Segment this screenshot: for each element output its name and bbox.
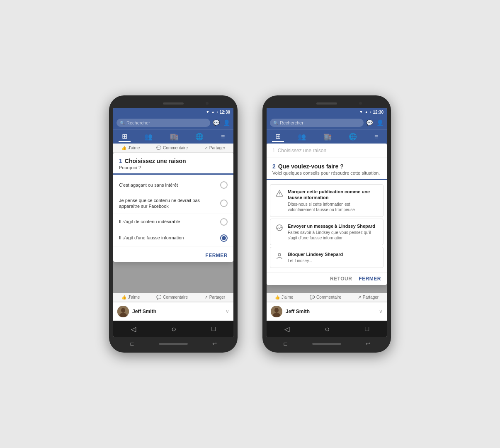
tab-feed-left[interactable]: ⊞ [119,131,131,142]
jeff-bar-right: Jeff Smith ∨ [267,302,387,321]
chevron-icon-right: ∨ [379,309,383,314]
battery-icon-right: ▪ [370,110,371,114]
svg-point-5 [279,195,280,195]
jeff-bar-left: Jeff Smith ∨ [113,302,233,321]
home-indicator-left [159,343,188,345]
screen-left: ▼ ▲ ▪ 12:30 🔍 Rechercher 💬 👤 ⊞ 👥 🏬 🌐 ≡ [113,108,233,337]
tab-marketplace-right[interactable]: 🏬 [320,132,335,141]
modal-left: 1 Choisissez une raison Pourquoi ? C'est… [113,153,233,293]
wifi-icon: ▼ [206,110,209,114]
action-title-3: Bloquer Lindsey Shepard [288,251,343,257]
nav-bar-right: ◁ ○ □ [267,321,387,337]
action-item-text-1: Marquer cette publication comme une faus… [288,189,378,212]
modal-title-left: Choisissez une raison [125,158,186,164]
modal-header-right: 2 Que voulez-vous faire ? Voici quelques… [267,158,387,180]
close-button-left[interactable]: FERMER [205,253,228,258]
step1-inactive-right: 1 Choisissez une raison [267,144,387,158]
tab-friends-right[interactable]: 👥 [294,132,309,141]
speaker-left [163,102,184,105]
radio-option-4[interactable]: Il s'agit d'une fausse information [113,230,233,246]
close-button-right[interactable]: FERMER [359,276,381,282]
tab-marketplace-left[interactable]: 🏬 [167,132,182,141]
share-icon-bottom: ↗ [204,295,208,299]
phone-bottom-left: ⊏ ↩ [113,337,233,348]
back-btn-left[interactable]: ◁ [131,325,136,333]
radio-option-1[interactable]: C'est agaçant ou sans intérêt [113,177,233,193]
bottom-back-right: ⊏ [283,341,288,347]
comment-icon-top: 💬 [156,146,161,150]
recents-btn-left[interactable]: □ [212,325,216,333]
tab-globe-left[interactable]: 🌐 [192,132,207,141]
comment-btn-bottom-left[interactable]: 💬 Commentaire [156,295,188,299]
back-button-right[interactable]: RETOUR [330,276,352,282]
warning-icon [275,189,284,197]
jeff-avatar-left [117,306,129,317]
comment-icon-br: 💬 [310,295,315,299]
back-btn-right[interactable]: ◁ [284,325,289,333]
comment-btn-top-left[interactable]: 💬 Commentaire [156,146,188,150]
messenger-icon-left[interactable]: 💬 [213,119,220,126]
home-btn-left[interactable]: ○ [171,324,176,334]
tab-friends-left[interactable]: 👥 [141,132,156,141]
jeff-name-left: Jeff Smith [132,309,222,314]
phone-top-bar-right [267,100,387,107]
nav-bar-left: ◁ ○ □ [113,321,233,337]
radio-label-2: Je pense que ce contenu ne devrait pas a… [119,197,220,209]
action-bar-top-left: 👍 J'aime 💬 Commentaire ↗ Partager [113,144,233,153]
action-item-1[interactable]: Marquer cette publication comme une faus… [270,184,383,217]
screen-content-left: 1 Choisissez une raison Pourquoi ? C'est… [113,153,233,293]
radio-label-1: C'est agaçant ou sans intérêt [119,182,220,188]
modal-card-right: 1 Choisissez une raison 2 Que voulez-vou… [267,144,387,285]
share-btn-top-left[interactable]: ↗ Partager [204,146,225,150]
modal-footer-left: FERMER [113,249,233,262]
fb-tabs-right: ⊞ 👥 🏬 🌐 ≡ [267,129,387,144]
like-btn-bottom-left[interactable]: 👍 J'aime [121,295,140,299]
search-bar-right[interactable]: 🔍 Rechercher [270,119,364,127]
action-bar-bottom-right: 👍 J'aime 💬 Commentaire ↗ Partager [267,293,387,302]
like-btn-bottom-right[interactable]: 👍 J'aime [275,295,294,299]
bottom-forward-left: ↩ [212,341,217,347]
share-btn-bottom-right[interactable]: ↗ Partager [358,295,379,299]
share-btn-bottom-left[interactable]: ↗ Partager [204,295,225,299]
signal-icon: ▲ [211,110,215,114]
radio-circle-1[interactable] [220,181,228,189]
friends-icon-right[interactable]: 👤 [376,119,383,126]
camera-left [206,102,209,105]
search-bar-left[interactable]: 🔍 Rechercher [117,119,210,127]
modal-body-left: C'est agaçant ou sans intérêt Je pense q… [113,175,233,249]
radio-option-2[interactable]: Je pense que ce contenu ne devrait pas a… [113,193,233,214]
like-icon-bottom: 👍 [121,295,126,299]
tab-globe-right[interactable]: 🌐 [345,132,360,141]
step1-title-inactive: Choisissez une raison [278,148,326,153]
tab-menu-left[interactable]: ≡ [218,132,228,141]
phone-bottom-nav-right: ⊏ ↩ [267,341,387,347]
modal-footer-right: RETOUR FERMER [267,272,387,285]
radio-label-3: Il s'agit de contenu indésirable [119,219,220,224]
action-desc-1: Dites-nous si cette information est volo… [288,202,378,212]
action-title-1: Marquer cette publication comme une faus… [288,189,378,201]
recents-btn-right[interactable]: □ [365,325,369,333]
messenger-action-icon [275,224,284,232]
home-btn-right[interactable]: ○ [325,324,330,334]
action-item-2[interactable]: Envoyer un message à Lindsey Shepard Fai… [270,219,383,245]
like-btn-top-left[interactable]: 👍 J'aime [121,146,140,150]
svg-point-6 [277,225,282,231]
svg-point-9 [274,308,279,313]
comment-btn-bottom-right[interactable]: 💬 Commentaire [310,295,341,299]
status-time-right: 12:30 [373,110,383,114]
jeff-name-right: Jeff Smith [286,309,376,314]
radio-option-3[interactable]: Il s'agit de contenu indésirable [113,214,233,230]
search-placeholder-left: Rechercher [126,120,150,125]
radio-circle-3[interactable] [220,218,228,226]
action-item-3[interactable]: Bloquer Lindsey Shepard Let Lindsey... [270,247,383,268]
tab-menu-right[interactable]: ≡ [371,132,381,141]
friends-icon-left[interactable]: 👤 [223,119,230,126]
radio-circle-2[interactable] [220,200,228,207]
action-desc-3: Let Lindsey... [288,258,343,263]
jeff-avatar-right [271,306,282,317]
radio-circle-4[interactable] [220,234,228,242]
tab-feed-right[interactable]: ⊞ [272,131,284,142]
modal-title-row-left: 1 Choisissez une raison [119,158,228,164]
messenger-icon-right[interactable]: 💬 [366,119,373,126]
fb-navbar-right: 🔍 Rechercher 💬 👤 [267,116,387,129]
